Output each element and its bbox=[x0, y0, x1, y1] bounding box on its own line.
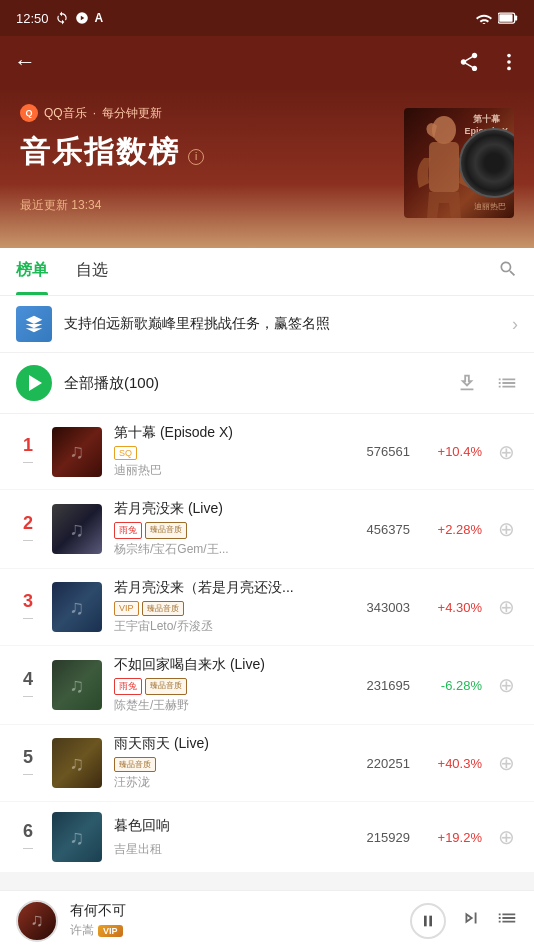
tabs-container: 榜单 自选 bbox=[0, 248, 534, 296]
track-item[interactable]: 2 — ♫ 若月亮没来 (Live) 雨兔 臻品音质 杨宗纬/宝石Gem/王..… bbox=[0, 490, 534, 569]
status-left: 12:50 A bbox=[16, 11, 103, 26]
svg-rect-3 bbox=[499, 14, 512, 22]
sync-icon bbox=[55, 11, 69, 25]
track-score-6: 215929 bbox=[352, 830, 410, 845]
qq-music-icon: Q bbox=[20, 104, 38, 122]
more-icon[interactable] bbox=[498, 51, 520, 73]
banner-text: 支持伯远新歌巅峰里程挑战任务，赢签名照 bbox=[64, 315, 330, 333]
track-cover-6: ♫ bbox=[52, 812, 102, 862]
tag-hiresflac: 臻品音质 bbox=[145, 678, 187, 695]
info-icon[interactable]: i bbox=[188, 149, 204, 165]
track-score-5: 220251 bbox=[352, 756, 410, 771]
track-add-3[interactable]: ⊕ bbox=[494, 595, 518, 619]
tag-free: 雨兔 bbox=[114, 522, 142, 539]
track-rank-6: 6 — bbox=[16, 822, 40, 853]
track-title-5: 雨天雨天 (Live) bbox=[114, 735, 209, 753]
track-change-4: -6.28% bbox=[422, 678, 482, 693]
track-item[interactable]: 4 — ♫ 不如回家喝自来水 (Live) 雨兔 臻品音质 陈楚生/王赫野 23… bbox=[0, 646, 534, 725]
player-playlist-button[interactable] bbox=[496, 907, 518, 934]
track-add-2[interactable]: ⊕ bbox=[494, 517, 518, 541]
player-info: 有何不可 许嵩 VIP bbox=[70, 902, 398, 939]
tag-vip: VIP bbox=[114, 601, 139, 616]
battery-icon bbox=[498, 12, 518, 24]
hero-album-art: 第十幕Episode X 迪丽热巴 bbox=[404, 108, 514, 218]
track-info-6: 暮色回响 吉星出租 bbox=[114, 817, 340, 858]
track-cover-1: ♫ bbox=[52, 427, 102, 477]
svg-rect-11 bbox=[429, 915, 432, 926]
share-icon[interactable] bbox=[458, 51, 480, 73]
nav-right-actions bbox=[458, 51, 520, 73]
download-icon[interactable] bbox=[456, 372, 478, 394]
track-rank-2: 2 — bbox=[16, 514, 40, 545]
banner-challenge[interactable]: 支持伯远新歌巅峰里程挑战任务，赢签名照 › bbox=[0, 296, 534, 353]
wifi-icon bbox=[476, 12, 492, 24]
play-all-actions bbox=[456, 372, 518, 394]
track-artist-3: 王宇宙Leto/乔浚丞 bbox=[114, 618, 340, 635]
track-title-1: 第十幕 (Episode X) bbox=[114, 424, 233, 442]
tag-free: 雨兔 bbox=[114, 678, 142, 695]
track-rank-4: 4 — bbox=[16, 670, 40, 701]
track-cover-4: ♫ bbox=[52, 660, 102, 710]
album-image: 第十幕Episode X 迪丽热巴 bbox=[404, 108, 514, 218]
track-info-2: 若月亮没来 (Live) 雨兔 臻品音质 杨宗纬/宝石Gem/王... bbox=[114, 500, 340, 558]
track-item[interactable]: 3 — ♫ 若月亮没来（若是月亮还没... VIP 臻品音质 王宇宙Leto/乔… bbox=[0, 569, 534, 646]
hero-title: 音乐指数榜 bbox=[20, 132, 180, 173]
player-play-button[interactable] bbox=[410, 903, 446, 939]
player-next-button[interactable] bbox=[460, 907, 482, 934]
search-icon[interactable] bbox=[498, 259, 518, 284]
track-add-5[interactable]: ⊕ bbox=[494, 751, 518, 775]
play-all-button[interactable] bbox=[16, 365, 52, 401]
a-icon: A bbox=[95, 11, 104, 25]
track-info-5: 雨天雨天 (Live) 臻品音质 汪苏泷 bbox=[114, 735, 340, 791]
track-add-6[interactable]: ⊕ bbox=[494, 825, 518, 849]
album-artist-text: 迪丽热巴 bbox=[474, 201, 506, 212]
play-all-row: 全部播放(100) bbox=[0, 353, 534, 414]
track-cover-3: ♫ bbox=[52, 582, 102, 632]
track-change-2: +2.28% bbox=[422, 522, 482, 537]
play-circle-icon bbox=[75, 11, 89, 25]
tab-zixuan[interactable]: 自选 bbox=[76, 248, 108, 295]
tag-hiresflac: 臻品音质 bbox=[145, 522, 187, 539]
track-cover-2: ♫ bbox=[52, 504, 102, 554]
vip-badge: VIP bbox=[98, 925, 123, 937]
track-item[interactable]: 1 — ♫ 第十幕 (Episode X) SQ 迪丽热巴 576561 +10… bbox=[0, 414, 534, 490]
track-rank-3: 3 — bbox=[16, 592, 40, 623]
track-change-3: +4.30% bbox=[422, 600, 482, 615]
time-display: 12:50 bbox=[16, 11, 49, 26]
brand-name: QQ音乐 bbox=[44, 105, 87, 122]
track-score-2: 456375 bbox=[352, 522, 410, 537]
play-all-text: 全部播放(100) bbox=[64, 374, 444, 393]
track-title-2: 若月亮没来 (Live) bbox=[114, 500, 223, 518]
track-score-3: 343003 bbox=[352, 600, 410, 615]
track-rank-1: 1 — bbox=[16, 436, 40, 467]
back-button[interactable]: ← bbox=[14, 49, 36, 75]
svg-point-6 bbox=[507, 60, 511, 64]
track-add-1[interactable]: ⊕ bbox=[494, 440, 518, 464]
bottom-player[interactable]: ♫ 有何不可 许嵩 VIP bbox=[0, 890, 534, 950]
track-add-4[interactable]: ⊕ bbox=[494, 673, 518, 697]
tag-hiresflac: 臻品音质 bbox=[114, 757, 156, 772]
tab-bangdan[interactable]: 榜单 bbox=[16, 248, 48, 295]
track-score-4: 231695 bbox=[352, 678, 410, 693]
track-rank-5: 5 — bbox=[16, 748, 40, 779]
banner-left: 支持伯远新歌巅峰里程挑战任务，赢签名照 bbox=[16, 306, 330, 342]
brand-sub: 每分钟更新 bbox=[102, 105, 162, 122]
player-cover[interactable]: ♫ bbox=[16, 900, 58, 942]
track-item[interactable]: 5 — ♫ 雨天雨天 (Live) 臻品音质 汪苏泷 220251 +40.3%… bbox=[0, 725, 534, 802]
brand-separator: · bbox=[93, 106, 96, 120]
svg-rect-9 bbox=[429, 142, 459, 192]
svg-point-5 bbox=[507, 54, 511, 58]
track-item[interactable]: 6 — ♫ 暮色回响 吉星出租 215929 +19.2% ⊕ bbox=[0, 802, 534, 873]
svg-point-7 bbox=[507, 67, 511, 71]
track-artist-4: 陈楚生/王赫野 bbox=[114, 697, 340, 714]
top-navigation: ← bbox=[0, 36, 534, 88]
track-artist-2: 杨宗纬/宝石Gem/王... bbox=[114, 541, 340, 558]
player-artist: 许嵩 bbox=[70, 922, 94, 939]
track-change-1: +10.4% bbox=[422, 444, 482, 459]
track-change-5: +40.3% bbox=[422, 756, 482, 771]
track-info-1: 第十幕 (Episode X) SQ 迪丽热巴 bbox=[114, 424, 340, 479]
track-change-6: +19.2% bbox=[422, 830, 482, 845]
svg-rect-4 bbox=[515, 16, 518, 21]
list-icon[interactable] bbox=[496, 372, 518, 394]
track-artist-5: 汪苏泷 bbox=[114, 774, 340, 791]
